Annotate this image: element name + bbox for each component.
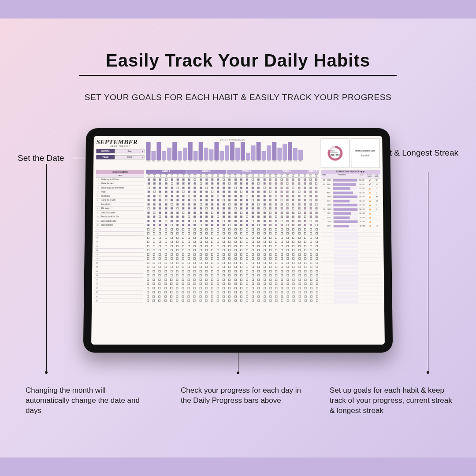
habit-checkbox[interactable]	[165, 232, 167, 234]
habit-checkbox[interactable]	[310, 220, 312, 222]
habit-checkbox[interactable]	[252, 191, 254, 193]
habit-checkbox[interactable]	[298, 257, 301, 260]
habit-checkbox[interactable]	[228, 283, 231, 285]
habit-checkbox[interactable]	[316, 279, 318, 281]
habit-row[interactable]: 2Make the bed	[96, 182, 144, 186]
habit-checkbox[interactable]	[304, 295, 306, 298]
habit-checkbox[interactable]	[194, 208, 196, 210]
habit-checkbox[interactable]	[304, 212, 306, 214]
habit-checkbox[interactable]	[182, 224, 184, 226]
habit-checkbox[interactable]	[176, 300, 178, 302]
habit-checkbox[interactable]	[223, 270, 225, 272]
habit-checkbox[interactable]	[240, 178, 242, 181]
habit-checkbox[interactable]	[182, 279, 184, 281]
habit-checkbox[interactable]	[211, 279, 213, 281]
habit-checkbox[interactable]	[264, 249, 266, 251]
habit-checkbox[interactable]	[240, 191, 242, 193]
habit-checkbox[interactable]	[217, 274, 219, 276]
habit-checkbox[interactable]	[316, 287, 318, 289]
habit-checkbox[interactable]	[217, 279, 219, 281]
habit-checkbox[interactable]	[287, 291, 289, 294]
habit-checkbox[interactable]	[240, 270, 242, 272]
habit-checkbox[interactable]	[252, 283, 254, 285]
habit-checkbox[interactable]	[264, 237, 266, 239]
habit-checkbox[interactable]	[252, 300, 254, 302]
habit-checkbox[interactable]	[246, 270, 248, 272]
habit-checkbox[interactable]	[171, 237, 173, 239]
habit-checkbox[interactable]	[182, 228, 184, 231]
habit-checkbox[interactable]	[234, 182, 237, 185]
habit-checkbox[interactable]	[188, 237, 190, 239]
habit-checkbox[interactable]	[292, 195, 294, 197]
habit-checkbox[interactable]	[199, 279, 201, 281]
habit-checkbox[interactable]	[310, 237, 312, 239]
habit-checkbox[interactable]	[217, 224, 219, 226]
habit-checkbox[interactable]	[246, 220, 248, 222]
habit-checkbox[interactable]	[246, 212, 248, 214]
habit-checkbox[interactable]	[304, 199, 306, 201]
habit-checkbox[interactable]	[153, 212, 156, 214]
habit-checkbox[interactable]	[176, 241, 178, 243]
habit-checkbox[interactable]	[286, 237, 289, 239]
habit-row[interactable]: 4Yoga	[96, 190, 144, 194]
habit-row[interactable]: 6Going for a walk	[96, 198, 144, 202]
habit-row[interactable]: 20	[95, 257, 143, 261]
habit-checkbox[interactable]	[240, 224, 242, 226]
habit-checkbox[interactable]	[211, 178, 213, 181]
habit-checkbox[interactable]	[193, 237, 196, 239]
habit-checkbox[interactable]	[188, 279, 190, 281]
habit-checkbox[interactable]	[211, 257, 213, 260]
habit-checkbox[interactable]	[269, 249, 271, 251]
habit-checkbox[interactable]	[205, 253, 208, 256]
habit-checkbox[interactable]	[246, 253, 248, 256]
habit-checkbox[interactable]	[310, 300, 312, 302]
habit-checkbox[interactable]	[217, 266, 219, 268]
habit-checkbox[interactable]	[153, 178, 156, 181]
habit-checkbox[interactable]	[269, 178, 271, 181]
habit-checkbox[interactable]	[193, 262, 196, 264]
habit-checkbox[interactable]	[234, 212, 237, 214]
habit-checkbox[interactable]	[164, 257, 167, 260]
habit-checkbox[interactable]	[199, 287, 201, 289]
habit-checkbox[interactable]	[298, 279, 301, 281]
habit-checkbox[interactable]	[153, 270, 155, 272]
habit-row[interactable]: 7Eat a fruit	[96, 202, 144, 206]
habit-checkbox[interactable]	[246, 232, 248, 234]
habit-checkbox[interactable]	[240, 300, 242, 302]
habit-checkbox[interactable]	[275, 182, 277, 185]
habit-checkbox[interactable]	[164, 295, 167, 298]
habit-checkbox[interactable]	[298, 245, 301, 247]
habit-checkbox[interactable]	[269, 295, 271, 298]
habit-checkbox[interactable]	[193, 241, 196, 243]
habit-checkbox[interactable]	[269, 241, 271, 243]
habit-checkbox[interactable]	[165, 195, 167, 197]
habit-checkbox[interactable]	[292, 216, 294, 218]
habit-checkbox[interactable]	[292, 249, 294, 251]
habit-checkbox[interactable]	[153, 232, 155, 234]
habit-checkbox[interactable]	[200, 178, 202, 181]
habit-checkbox[interactable]	[176, 266, 178, 268]
habit-checkbox[interactable]	[292, 178, 294, 181]
habit-checkbox[interactable]	[298, 270, 301, 272]
habit-checkbox[interactable]	[304, 270, 306, 272]
habit-checkbox[interactable]	[176, 203, 178, 205]
habit-checkbox[interactable]	[309, 178, 312, 181]
habit-checkbox[interactable]	[223, 195, 225, 197]
habit-checkbox[interactable]	[298, 224, 300, 226]
habit-checkbox[interactable]	[200, 245, 202, 247]
habit-checkbox[interactable]	[188, 249, 190, 251]
habit-checkbox[interactable]	[217, 237, 219, 239]
habit-checkbox[interactable]	[217, 270, 219, 272]
habit-checkbox[interactable]	[164, 283, 167, 285]
habit-checkbox[interactable]	[257, 178, 260, 181]
habit-checkbox[interactable]	[182, 295, 184, 298]
habit-checkbox[interactable]	[257, 237, 260, 239]
habit-checkbox[interactable]	[257, 257, 260, 260]
habit-checkbox[interactable]	[315, 199, 317, 201]
habit-checkbox[interactable]	[286, 212, 289, 214]
habit-checkbox[interactable]	[182, 270, 184, 272]
habit-checkbox[interactable]	[170, 270, 172, 272]
habit-checkbox[interactable]	[176, 232, 178, 234]
habit-checkbox[interactable]	[304, 220, 306, 222]
habit-checkbox[interactable]	[246, 195, 248, 197]
